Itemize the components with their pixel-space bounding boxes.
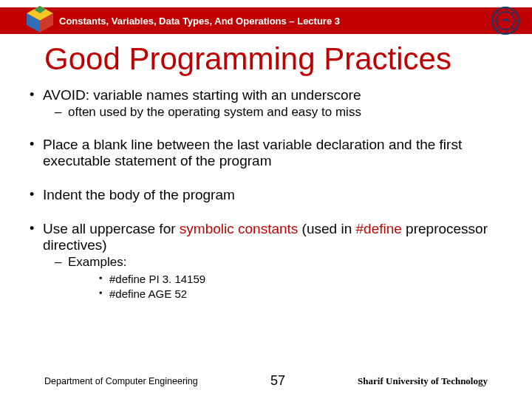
slide-title: Good Programming Practices [44,41,451,77]
bullet-text: AVOID: variable names starting with an u… [43,87,361,103]
bullet-blank-line: Place a blank line between the last vari… [27,137,511,169]
footer-university: Sharif University of Technology [358,375,488,387]
puzzle-cube-icon [24,3,56,35]
svg-line-11 [512,27,515,30]
footer-page-number: 57 [270,373,285,389]
example-define-age: #define AGE 52 [68,287,511,301]
bullet-indent: Indent the body of the program [27,187,511,203]
bullet-uppercase: Use all uppercase for symbolic constants… [27,221,511,302]
footer-department: Department of Computer Engineering [44,376,198,386]
sub-label: Examples: [68,255,126,269]
lecture-breadcrumb: Constants, Variables, Data Types, And Op… [59,16,340,27]
frag-define: #define [356,221,402,236]
header-bar: Constants, Variables, Data Types, And Op… [0,7,532,34]
svg-line-10 [496,11,499,14]
sub-bullet: often used by the operating system and e… [43,105,511,120]
frag: Use all uppercase for [43,221,180,236]
svg-line-13 [496,27,499,30]
frag: (used in [298,221,355,236]
frag-symbolic-constants: symbolic constants [180,221,299,236]
slide-body: AVOID: variable names starting with an u… [27,87,511,320]
examples-label: Examples: #define PI 3. 14159 #define AG… [43,255,511,302]
bullet-avoid: AVOID: variable names starting with an u… [27,87,511,119]
svg-line-12 [512,11,515,14]
example-define-pi: #define PI 3. 14159 [68,272,511,287]
seal-icon [491,6,520,35]
slide-footer: Department of Computer Engineering 57 Sh… [0,373,532,389]
